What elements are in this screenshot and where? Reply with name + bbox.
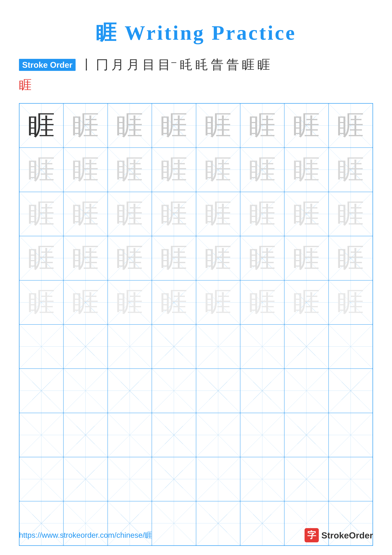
grid-cell[interactable]: 睚 — [284, 280, 328, 324]
footer-url: https://www.strokeorder.com/chinese/睚 — [19, 530, 152, 540]
grid-cell-empty[interactable] — [196, 324, 240, 369]
practice-char: 睚 — [249, 245, 276, 272]
practice-char: 睚 — [72, 289, 99, 316]
grid-cell[interactable]: 睚 — [64, 280, 107, 324]
practice-char: 睚 — [72, 112, 99, 139]
stroke-char-3: 月 — [111, 56, 124, 73]
practice-char: 睚 — [205, 112, 231, 139]
footer-logo-text: StrokeOrder — [321, 530, 373, 540]
grid-cell[interactable]: 睚 — [328, 280, 373, 324]
grid-cell-empty[interactable] — [108, 457, 152, 501]
grid-cell[interactable]: 睚 — [19, 236, 64, 280]
grid-cell[interactable]: 睚 — [196, 103, 240, 148]
grid-cell[interactable]: 睚 — [152, 280, 196, 324]
grid-cell[interactable]: 睚 — [196, 236, 240, 280]
practice-char: 睚 — [116, 245, 143, 272]
grid-cell[interactable]: 睚 — [108, 103, 152, 148]
footer: https://www.strokeorder.com/chinese/睚 字 … — [0, 528, 392, 542]
grid-cell[interactable]: 睚 — [284, 192, 328, 236]
grid-cell-empty[interactable] — [64, 324, 107, 369]
stroke-char-11: 睚 — [242, 56, 255, 73]
grid-cell[interactable]: 睚 — [240, 103, 284, 148]
grid-cell[interactable]: 睚 — [19, 192, 64, 236]
grid-cell[interactable]: 睚 — [152, 192, 196, 236]
grid-cell[interactable]: 睚 — [108, 236, 152, 280]
grid-cell[interactable]: 睚 — [19, 103, 64, 148]
grid-cell[interactable]: 睚 — [240, 236, 284, 280]
grid-cell-empty[interactable] — [328, 369, 373, 413]
practice-char: 睚 — [249, 200, 276, 227]
grid-cell[interactable]: 睚 — [152, 103, 196, 148]
grid-cell-empty[interactable] — [196, 369, 240, 413]
grid-cell[interactable]: 睚 — [284, 148, 328, 192]
grid-cell-empty[interactable] — [19, 369, 64, 413]
grid-cell[interactable]: 睚 — [196, 192, 240, 236]
grid-cell-empty[interactable] — [19, 324, 64, 369]
grid-cell-empty[interactable] — [152, 324, 196, 369]
page: 睚 Writing Practice Stroke Order 丨 冂 月 月 … — [0, 0, 392, 555]
grid-cell-empty[interactable] — [152, 369, 196, 413]
practice-char: 睚 — [116, 156, 143, 183]
grid-cell[interactable]: 睚 — [108, 148, 152, 192]
practice-char: 睚 — [161, 245, 187, 272]
grid-cell-empty[interactable] — [196, 457, 240, 501]
stroke-char-12: 睚 — [257, 56, 270, 73]
grid-cell[interactable]: 睚 — [64, 148, 107, 192]
grid-cell-empty[interactable] — [240, 457, 284, 501]
practice-char: 睚 — [205, 156, 231, 183]
grid-cell-empty[interactable] — [64, 457, 107, 501]
grid-cell-empty[interactable] — [240, 369, 284, 413]
grid-cell[interactable]: 睚 — [196, 280, 240, 324]
grid-cell-empty[interactable] — [328, 324, 373, 369]
grid-cell[interactable]: 睚 — [284, 103, 328, 148]
grid-cell[interactable]: 睚 — [19, 280, 64, 324]
stroke-sequence: 丨 冂 月 月 目 目⁻ 眊 眊 眚 眚 睚 睚 — [80, 56, 270, 73]
stroke-char-9: 眚 — [211, 56, 224, 73]
grid-cell[interactable]: 睚 — [328, 103, 373, 148]
grid-cell-empty[interactable] — [284, 413, 328, 457]
practice-char: 睚 — [205, 245, 231, 272]
grid-cell[interactable]: 睚 — [64, 236, 107, 280]
grid-cell-empty[interactable] — [152, 457, 196, 501]
stroke-char-1: 丨 — [80, 56, 93, 73]
grid-cell-empty[interactable] — [19, 413, 64, 457]
grid-cell-empty[interactable] — [328, 413, 373, 457]
grid-cell-empty[interactable] — [108, 369, 152, 413]
grid-cell[interactable]: 睚 — [240, 280, 284, 324]
practice-char: 睚 — [293, 200, 320, 227]
grid-cell[interactable]: 睚 — [196, 148, 240, 192]
grid-cell[interactable]: 睚 — [108, 280, 152, 324]
grid-cell-empty[interactable] — [19, 457, 64, 501]
grid-cell-empty[interactable] — [152, 413, 196, 457]
grid-cell[interactable]: 睚 — [284, 236, 328, 280]
grid-cell[interactable]: 睚 — [152, 236, 196, 280]
grid-cell[interactable]: 睚 — [19, 148, 64, 192]
practice-char: 睚 — [28, 245, 55, 272]
grid-cell-empty[interactable] — [284, 457, 328, 501]
grid-cell-empty[interactable] — [284, 324, 328, 369]
practice-char: 睚 — [337, 289, 364, 316]
grid-cell[interactable]: 睚 — [328, 148, 373, 192]
practice-char: 睚 — [116, 289, 143, 316]
practice-char: 睚 — [249, 156, 276, 183]
grid-cell[interactable]: 睚 — [240, 192, 284, 236]
grid-cell-empty[interactable] — [328, 457, 373, 501]
grid-cell-empty[interactable] — [240, 324, 284, 369]
grid-cell-empty[interactable] — [64, 369, 107, 413]
grid-cell-empty[interactable] — [284, 369, 328, 413]
grid-cell[interactable]: 睚 — [64, 192, 107, 236]
stroke-char-final: 睚 — [19, 78, 32, 92]
practice-char: 睚 — [116, 112, 143, 139]
grid-cell-empty[interactable] — [240, 413, 284, 457]
grid-cell[interactable]: 睚 — [108, 192, 152, 236]
grid-cell[interactable]: 睚 — [240, 148, 284, 192]
grid-cell[interactable]: 睚 — [328, 236, 373, 280]
grid-cell[interactable]: 睚 — [64, 103, 107, 148]
grid-cell[interactable]: 睚 — [152, 148, 196, 192]
grid-cell[interactable]: 睚 — [328, 192, 373, 236]
grid-cell-empty[interactable] — [108, 324, 152, 369]
grid-cell-empty[interactable] — [108, 413, 152, 457]
grid-cell-empty[interactable] — [64, 413, 107, 457]
practice-char: 睚 — [337, 200, 364, 227]
grid-cell-empty[interactable] — [196, 413, 240, 457]
